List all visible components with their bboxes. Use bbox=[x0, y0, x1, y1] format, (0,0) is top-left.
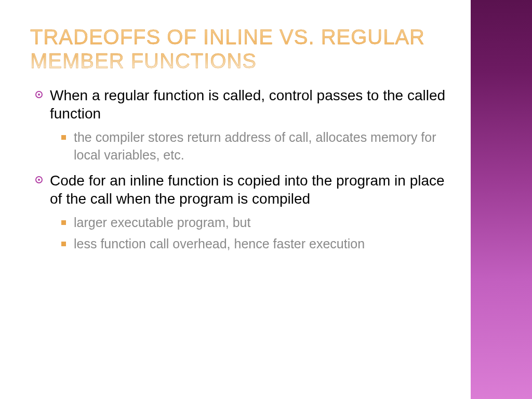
slide-title: Tradeoffs of Inline vs. Regular Member F… bbox=[30, 25, 446, 73]
sub-bullet-text: larger executable program, but bbox=[74, 214, 446, 232]
decorative-side-band bbox=[471, 0, 532, 399]
slide-content: Tradeoffs of Inline vs. Regular Member F… bbox=[30, 25, 446, 260]
list-item: Code for an inline function is copied in… bbox=[32, 171, 446, 254]
bullet-text: When a regular function is called, contr… bbox=[50, 86, 446, 123]
sub-bullet-text: less function call overhead, hence faste… bbox=[74, 235, 446, 253]
list-item: larger executable program, but bbox=[58, 214, 446, 232]
square-bullet-icon bbox=[61, 220, 66, 225]
square-bullet-icon bbox=[61, 135, 66, 140]
sub-bullet-text: the compiler stores return address of ca… bbox=[74, 129, 446, 164]
list-item: the compiler stores return address of ca… bbox=[58, 129, 446, 164]
sub-list: the compiler stores return address of ca… bbox=[50, 129, 446, 164]
list-item: less function call overhead, hence faste… bbox=[58, 235, 446, 253]
circle-bullet-icon bbox=[35, 91, 43, 98]
bullet-list: When a regular function is called, contr… bbox=[30, 86, 446, 253]
square-bullet-icon bbox=[61, 242, 66, 246]
circle-bullet-icon bbox=[35, 176, 43, 183]
list-item: When a regular function is called, contr… bbox=[32, 86, 446, 164]
sub-list: larger executable program, but less func… bbox=[50, 214, 446, 254]
bullet-text: Code for an inline function is copied in… bbox=[50, 171, 446, 208]
slide: Tradeoffs of Inline vs. Regular Member F… bbox=[0, 0, 532, 399]
